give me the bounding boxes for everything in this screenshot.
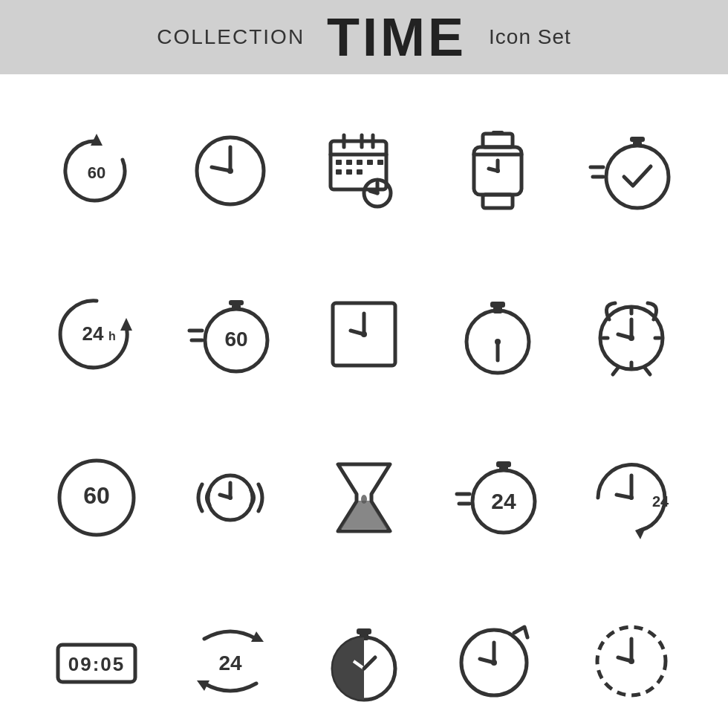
svg-rect-13 bbox=[357, 160, 363, 165]
svg-point-98 bbox=[628, 658, 634, 664]
fast-stopwatch-check-icon bbox=[565, 89, 698, 253]
svg-point-52 bbox=[495, 339, 501, 345]
svg-point-32 bbox=[606, 146, 669, 208]
svg-text:24: 24 bbox=[491, 489, 516, 513]
time-label: TIME bbox=[327, 7, 467, 68]
fast-24-icon: 24 bbox=[431, 416, 565, 579]
svg-text:h: h bbox=[108, 330, 116, 342]
svg-text:24: 24 bbox=[218, 651, 242, 675]
svg-point-94 bbox=[491, 660, 497, 666]
svg-rect-12 bbox=[346, 160, 352, 165]
clock-arrow-icon bbox=[431, 579, 565, 728]
svg-rect-16 bbox=[336, 169, 342, 175]
svg-rect-23 bbox=[483, 195, 513, 208]
fast-60-stopwatch-icon: 60 bbox=[163, 253, 297, 416]
digital-clock-icon: 09:05 bbox=[30, 579, 163, 728]
svg-rect-22 bbox=[483, 134, 513, 147]
clock-24-icon: 24 bbox=[565, 416, 698, 579]
svg-rect-34 bbox=[630, 137, 645, 142]
svg-text:60: 60 bbox=[83, 482, 110, 509]
svg-marker-35 bbox=[120, 318, 132, 331]
svg-text:60: 60 bbox=[224, 328, 247, 351]
svg-rect-18 bbox=[357, 169, 363, 175]
svg-line-90 bbox=[364, 657, 375, 669]
24-arrows-icon: 24 bbox=[163, 579, 297, 728]
svg-rect-88 bbox=[357, 628, 371, 634]
stopwatch-half-icon bbox=[297, 579, 431, 728]
svg-rect-17 bbox=[346, 169, 352, 175]
header: COLLECTION TIME Icon Set bbox=[0, 0, 728, 74]
svg-rect-15 bbox=[377, 160, 383, 165]
svg-line-77 bbox=[617, 495, 631, 498]
svg-rect-74 bbox=[496, 461, 511, 467]
svg-line-61 bbox=[613, 368, 618, 374]
svg-rect-50 bbox=[490, 302, 505, 308]
svg-text:09:05: 09:05 bbox=[68, 653, 126, 675]
60-circle-icon: 60 bbox=[30, 416, 163, 579]
stopwatch-icon bbox=[431, 253, 565, 416]
svg-text:24: 24 bbox=[82, 322, 104, 345]
alarm-clock-icon bbox=[565, 253, 698, 416]
svg-rect-41 bbox=[232, 305, 241, 311]
svg-rect-14 bbox=[367, 160, 373, 165]
24h-cycle-icon: 24 h bbox=[30, 253, 163, 416]
hourglass-icon bbox=[297, 416, 431, 579]
svg-marker-76 bbox=[635, 526, 646, 539]
svg-point-29 bbox=[495, 169, 500, 173]
icons-grid: 60 bbox=[0, 74, 728, 728]
collection-label: COLLECTION bbox=[157, 25, 305, 49]
dashed-clock-icon bbox=[565, 579, 698, 728]
svg-point-79 bbox=[629, 495, 634, 500]
svg-point-5 bbox=[227, 168, 233, 174]
svg-point-68 bbox=[228, 495, 233, 500]
square-clock-icon bbox=[297, 253, 431, 416]
iconset-label: Icon Set bbox=[489, 25, 571, 49]
svg-rect-26 bbox=[492, 131, 504, 135]
svg-point-69 bbox=[361, 495, 367, 504]
60-refresh-icon: 60 bbox=[30, 89, 163, 253]
clock-icon bbox=[163, 89, 297, 253]
ringing-clock-icon bbox=[163, 416, 297, 579]
smartwatch-icon bbox=[431, 89, 565, 253]
calendar-clock-icon bbox=[297, 89, 431, 253]
svg-rect-33 bbox=[633, 141, 642, 147]
svg-rect-42 bbox=[229, 300, 244, 305]
svg-text:24: 24 bbox=[652, 493, 669, 510]
svg-text:60: 60 bbox=[88, 163, 105, 182]
svg-line-62 bbox=[645, 368, 650, 374]
svg-point-60 bbox=[628, 335, 634, 341]
svg-rect-11 bbox=[336, 160, 342, 165]
svg-point-47 bbox=[361, 331, 367, 337]
